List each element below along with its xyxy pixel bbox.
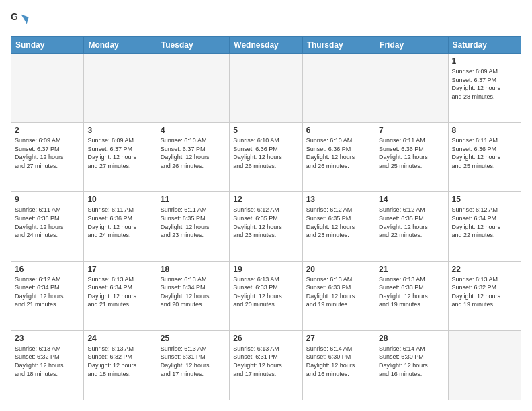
week-row-3: 9Sunrise: 6:11 AM Sunset: 6:36 PM Daylig… xyxy=(11,192,521,261)
day-info: Sunrise: 6:10 AM Sunset: 6:36 PM Dayligh… xyxy=(306,136,371,170)
calendar-cell: 12Sunrise: 6:12 AM Sunset: 6:35 PM Dayli… xyxy=(230,192,302,261)
day-info: Sunrise: 6:11 AM Sunset: 6:36 PM Dayligh… xyxy=(87,205,152,239)
calendar-table: SundayMondayTuesdayWednesdayThursdayFrid… xyxy=(11,36,521,400)
calendar-cell xyxy=(84,54,157,123)
weekday-header-monday: Monday xyxy=(84,37,157,54)
weekday-header-thursday: Thursday xyxy=(302,37,375,54)
calendar-cell: 13Sunrise: 6:12 AM Sunset: 6:35 PM Dayli… xyxy=(302,192,375,261)
calendar-cell: 15Sunrise: 6:12 AM Sunset: 6:34 PM Dayli… xyxy=(448,192,521,261)
day-number: 6 xyxy=(306,126,371,135)
day-number: 27 xyxy=(306,334,371,343)
day-info: Sunrise: 6:09 AM Sunset: 6:37 PM Dayligh… xyxy=(87,136,152,170)
day-info: Sunrise: 6:13 AM Sunset: 6:32 PM Dayligh… xyxy=(452,275,517,309)
day-number: 20 xyxy=(306,265,371,274)
calendar-cell: 19Sunrise: 6:13 AM Sunset: 6:33 PM Dayli… xyxy=(230,261,302,330)
day-info: Sunrise: 6:12 AM Sunset: 6:35 PM Dayligh… xyxy=(233,205,298,239)
calendar-cell: 17Sunrise: 6:13 AM Sunset: 6:34 PM Dayli… xyxy=(84,261,157,330)
logo: G xyxy=(11,11,32,30)
svg-marker-1 xyxy=(21,15,28,24)
day-number: 13 xyxy=(306,195,371,204)
day-number: 14 xyxy=(379,195,444,204)
day-number: 21 xyxy=(379,265,444,274)
calendar-cell: 27Sunrise: 6:14 AM Sunset: 6:30 PM Dayli… xyxy=(302,330,375,400)
day-info: Sunrise: 6:11 AM Sunset: 6:35 PM Dayligh… xyxy=(161,205,226,239)
day-number: 2 xyxy=(15,126,80,135)
day-info: Sunrise: 6:13 AM Sunset: 6:34 PM Dayligh… xyxy=(161,275,226,309)
day-number: 10 xyxy=(87,195,152,204)
calendar-cell: 24Sunrise: 6:13 AM Sunset: 6:32 PM Dayli… xyxy=(84,330,157,400)
day-info: Sunrise: 6:14 AM Sunset: 6:30 PM Dayligh… xyxy=(379,345,444,378)
day-info: Sunrise: 6:14 AM Sunset: 6:30 PM Dayligh… xyxy=(306,345,371,378)
day-number: 9 xyxy=(15,195,80,204)
calendar-cell: 16Sunrise: 6:12 AM Sunset: 6:34 PM Dayli… xyxy=(11,261,84,330)
weekday-header-friday: Friday xyxy=(375,37,448,54)
calendar-cell: 22Sunrise: 6:13 AM Sunset: 6:32 PM Dayli… xyxy=(448,261,521,330)
day-number: 25 xyxy=(161,334,226,343)
day-number: 8 xyxy=(452,126,517,135)
day-number: 17 xyxy=(87,265,152,274)
day-info: Sunrise: 6:12 AM Sunset: 6:34 PM Dayligh… xyxy=(452,205,517,239)
calendar-cell: 10Sunrise: 6:11 AM Sunset: 6:36 PM Dayli… xyxy=(84,192,157,261)
calendar-cell: 14Sunrise: 6:12 AM Sunset: 6:35 PM Dayli… xyxy=(375,192,448,261)
calendar-cell: 23Sunrise: 6:13 AM Sunset: 6:32 PM Dayli… xyxy=(11,330,84,400)
calendar-cell: 18Sunrise: 6:13 AM Sunset: 6:34 PM Dayli… xyxy=(157,261,229,330)
day-info: Sunrise: 6:13 AM Sunset: 6:31 PM Dayligh… xyxy=(161,345,226,378)
day-number: 22 xyxy=(452,265,517,274)
calendar-cell xyxy=(157,54,229,123)
calendar-cell xyxy=(11,54,84,123)
day-number: 23 xyxy=(15,334,80,343)
day-number: 26 xyxy=(233,334,298,343)
calendar-cell: 8Sunrise: 6:11 AM Sunset: 6:36 PM Daylig… xyxy=(448,123,521,192)
week-row-2: 2Sunrise: 6:09 AM Sunset: 6:37 PM Daylig… xyxy=(11,123,521,192)
header: G xyxy=(11,11,521,30)
day-info: Sunrise: 6:12 AM Sunset: 6:35 PM Dayligh… xyxy=(379,205,444,239)
calendar-cell xyxy=(448,330,521,400)
weekday-header-sunday: Sunday xyxy=(11,37,84,54)
calendar-cell: 21Sunrise: 6:13 AM Sunset: 6:33 PM Dayli… xyxy=(375,261,448,330)
day-info: Sunrise: 6:12 AM Sunset: 6:34 PM Dayligh… xyxy=(15,275,80,309)
day-number: 24 xyxy=(87,334,152,343)
week-row-4: 16Sunrise: 6:12 AM Sunset: 6:34 PM Dayli… xyxy=(11,261,521,330)
day-number: 3 xyxy=(87,126,152,135)
weekday-header-wednesday: Wednesday xyxy=(230,37,302,54)
day-info: Sunrise: 6:09 AM Sunset: 6:37 PM Dayligh… xyxy=(452,67,517,101)
weekday-header-row: SundayMondayTuesdayWednesdayThursdayFrid… xyxy=(11,37,521,54)
calendar-cell: 26Sunrise: 6:13 AM Sunset: 6:31 PM Dayli… xyxy=(230,330,302,400)
day-info: Sunrise: 6:13 AM Sunset: 6:34 PM Dayligh… xyxy=(87,275,152,309)
calendar-cell: 20Sunrise: 6:13 AM Sunset: 6:33 PM Dayli… xyxy=(302,261,375,330)
calendar-cell: 25Sunrise: 6:13 AM Sunset: 6:31 PM Dayli… xyxy=(157,330,229,400)
day-number: 11 xyxy=(161,195,226,204)
day-info: Sunrise: 6:11 AM Sunset: 6:36 PM Dayligh… xyxy=(15,205,80,239)
day-info: Sunrise: 6:13 AM Sunset: 6:33 PM Dayligh… xyxy=(233,275,298,309)
day-number: 5 xyxy=(233,126,298,135)
calendar-cell: 4Sunrise: 6:10 AM Sunset: 6:37 PM Daylig… xyxy=(157,123,229,192)
day-info: Sunrise: 6:13 AM Sunset: 6:33 PM Dayligh… xyxy=(379,275,444,309)
calendar-cell xyxy=(230,54,302,123)
day-number: 1 xyxy=(452,56,517,66)
day-info: Sunrise: 6:13 AM Sunset: 6:32 PM Dayligh… xyxy=(15,345,80,378)
day-number: 4 xyxy=(161,126,226,135)
calendar-cell: 11Sunrise: 6:11 AM Sunset: 6:35 PM Dayli… xyxy=(157,192,229,261)
day-info: Sunrise: 6:12 AM Sunset: 6:35 PM Dayligh… xyxy=(306,205,371,239)
day-info: Sunrise: 6:13 AM Sunset: 6:32 PM Dayligh… xyxy=(87,345,152,378)
calendar-cell xyxy=(302,54,375,123)
day-info: Sunrise: 6:11 AM Sunset: 6:36 PM Dayligh… xyxy=(379,136,444,170)
day-info: Sunrise: 6:13 AM Sunset: 6:31 PM Dayligh… xyxy=(233,345,298,378)
calendar-cell: 28Sunrise: 6:14 AM Sunset: 6:30 PM Dayli… xyxy=(375,330,448,400)
svg-text:G: G xyxy=(11,11,18,22)
weekday-header-saturday: Saturday xyxy=(448,37,521,54)
calendar-cell xyxy=(375,54,448,123)
calendar-cell: 3Sunrise: 6:09 AM Sunset: 6:37 PM Daylig… xyxy=(84,123,157,192)
day-info: Sunrise: 6:10 AM Sunset: 6:37 PM Dayligh… xyxy=(161,136,226,170)
calendar-cell: 5Sunrise: 6:10 AM Sunset: 6:36 PM Daylig… xyxy=(230,123,302,192)
day-info: Sunrise: 6:09 AM Sunset: 6:37 PM Dayligh… xyxy=(15,136,80,170)
week-row-1: 1Sunrise: 6:09 AM Sunset: 6:37 PM Daylig… xyxy=(11,54,521,123)
calendar-cell: 1Sunrise: 6:09 AM Sunset: 6:37 PM Daylig… xyxy=(448,54,521,123)
logo-icon: G xyxy=(11,11,30,30)
week-row-5: 23Sunrise: 6:13 AM Sunset: 6:32 PM Dayli… xyxy=(11,330,521,400)
day-number: 28 xyxy=(379,334,444,343)
calendar-cell: 6Sunrise: 6:10 AM Sunset: 6:36 PM Daylig… xyxy=(302,123,375,192)
day-info: Sunrise: 6:13 AM Sunset: 6:33 PM Dayligh… xyxy=(306,275,371,309)
calendar-cell: 9Sunrise: 6:11 AM Sunset: 6:36 PM Daylig… xyxy=(11,192,84,261)
day-number: 18 xyxy=(161,265,226,274)
